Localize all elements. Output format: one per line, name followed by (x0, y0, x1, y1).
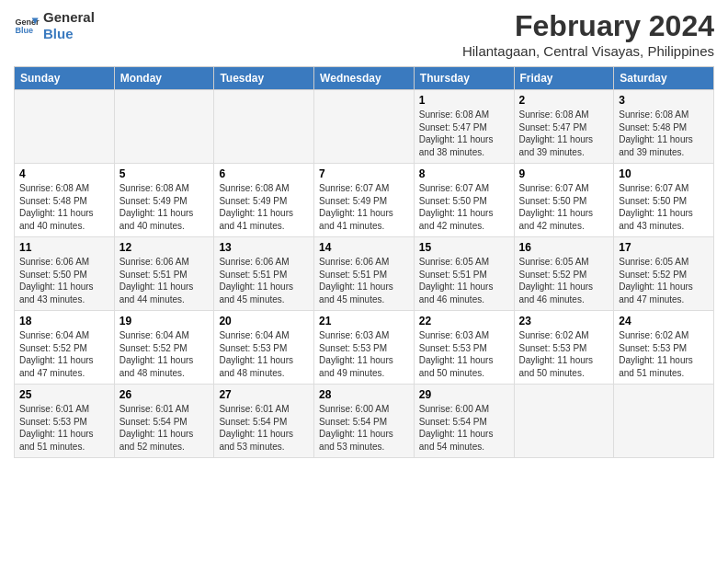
day-info: Sunrise: 6:07 AMSunset: 5:50 PMDaylight:… (619, 182, 709, 232)
calendar-cell: 16Sunrise: 6:05 AMSunset: 5:52 PMDayligh… (514, 237, 614, 311)
day-number: 12 (119, 241, 210, 254)
calendar-cell: 5Sunrise: 6:08 AMSunset: 5:49 PMDaylight… (114, 164, 214, 237)
day-header-monday: Monday (114, 67, 214, 90)
calendar-cell: 29Sunrise: 6:00 AMSunset: 5:54 PMDayligh… (414, 385, 514, 458)
day-info: Sunrise: 6:01 AMSunset: 5:53 PMDaylight:… (19, 403, 109, 453)
calendar-cell: 4Sunrise: 6:08 AMSunset: 5:48 PMDaylight… (15, 164, 115, 237)
day-number: 3 (619, 94, 709, 107)
calendar-cell: 6Sunrise: 6:08 AMSunset: 5:49 PMDaylight… (214, 164, 314, 237)
calendar-cell: 3Sunrise: 6:08 AMSunset: 5:48 PMDaylight… (614, 90, 714, 164)
day-info: Sunrise: 6:07 AMSunset: 5:49 PMDaylight:… (319, 182, 409, 232)
day-info: Sunrise: 6:08 AMSunset: 5:47 PMDaylight:… (519, 109, 609, 158)
day-info: Sunrise: 6:07 AMSunset: 5:50 PMDaylight:… (519, 182, 609, 232)
day-info: Sunrise: 6:07 AMSunset: 5:50 PMDaylight:… (419, 182, 509, 232)
calendar-cell: 13Sunrise: 6:06 AMSunset: 5:51 PMDayligh… (214, 237, 314, 311)
day-info: Sunrise: 6:08 AMSunset: 5:49 PMDaylight:… (119, 182, 210, 232)
day-info: Sunrise: 6:04 AMSunset: 5:53 PMDaylight:… (219, 329, 309, 379)
calendar-cell (114, 90, 214, 164)
day-info: Sunrise: 6:08 AMSunset: 5:48 PMDaylight:… (19, 182, 109, 232)
header: General Blue General Blue February 2024 … (14, 9, 714, 59)
day-number: 29 (419, 388, 509, 401)
calendar-cell: 26Sunrise: 6:01 AMSunset: 5:54 PMDayligh… (114, 385, 214, 458)
day-number: 19 (119, 315, 210, 327)
calendar-cell: 23Sunrise: 6:02 AMSunset: 5:53 PMDayligh… (514, 311, 614, 385)
day-info: Sunrise: 6:06 AMSunset: 5:51 PMDaylight:… (119, 256, 210, 305)
calendar-cell: 7Sunrise: 6:07 AMSunset: 5:49 PMDaylight… (314, 164, 415, 237)
day-number: 4 (19, 167, 109, 180)
day-number: 21 (319, 315, 409, 327)
calendar-cell (15, 90, 115, 164)
day-info: Sunrise: 6:04 AMSunset: 5:52 PMDaylight:… (119, 329, 210, 379)
day-number: 27 (219, 388, 309, 401)
day-number: 10 (619, 167, 709, 180)
day-header-saturday: Saturday (614, 67, 714, 90)
calendar-week-4: 18Sunrise: 6:04 AMSunset: 5:52 PMDayligh… (15, 311, 714, 385)
day-info: Sunrise: 6:08 AMSunset: 5:49 PMDaylight:… (219, 182, 309, 232)
day-number: 7 (319, 167, 409, 180)
day-number: 5 (119, 167, 210, 180)
day-number: 8 (419, 167, 509, 180)
logo-icon: General Blue (14, 13, 40, 39)
calendar-week-3: 11Sunrise: 6:06 AMSunset: 5:50 PMDayligh… (15, 237, 714, 311)
calendar-cell: 24Sunrise: 6:02 AMSunset: 5:53 PMDayligh… (614, 311, 714, 385)
day-number: 6 (219, 167, 309, 180)
calendar-cell: 25Sunrise: 6:01 AMSunset: 5:53 PMDayligh… (15, 385, 115, 458)
calendar-cell: 2Sunrise: 6:08 AMSunset: 5:47 PMDaylight… (514, 90, 614, 164)
calendar-header-row: SundayMondayTuesdayWednesdayThursdayFrid… (15, 67, 714, 90)
calendar-cell: 9Sunrise: 6:07 AMSunset: 5:50 PMDaylight… (514, 164, 614, 237)
calendar-cell (314, 90, 415, 164)
day-info: Sunrise: 6:05 AMSunset: 5:52 PMDaylight:… (619, 256, 709, 305)
calendar-cell: 28Sunrise: 6:00 AMSunset: 5:54 PMDayligh… (314, 385, 415, 458)
day-number: 15 (419, 241, 509, 254)
day-info: Sunrise: 6:03 AMSunset: 5:53 PMDaylight:… (419, 329, 509, 379)
calendar-cell: 27Sunrise: 6:01 AMSunset: 5:54 PMDayligh… (214, 385, 314, 458)
calendar-cell: 1Sunrise: 6:08 AMSunset: 5:47 PMDaylight… (414, 90, 514, 164)
calendar-cell: 20Sunrise: 6:04 AMSunset: 5:53 PMDayligh… (214, 311, 314, 385)
calendar-cell (514, 385, 614, 458)
day-number: 26 (119, 388, 210, 401)
calendar-cell (614, 385, 714, 458)
calendar-cell: 8Sunrise: 6:07 AMSunset: 5:50 PMDaylight… (414, 164, 514, 237)
day-info: Sunrise: 6:00 AMSunset: 5:54 PMDaylight:… (319, 403, 409, 453)
day-number: 1 (419, 94, 509, 107)
day-number: 24 (619, 315, 709, 327)
day-number: 2 (519, 94, 609, 107)
logo-wordmark: General Blue (43, 9, 95, 42)
main-title: February 2024 (462, 9, 714, 43)
day-number: 14 (319, 241, 409, 254)
subtitle: Hilantagaan, Central Visayas, Philippine… (462, 43, 714, 59)
day-info: Sunrise: 6:06 AMSunset: 5:51 PMDaylight:… (219, 256, 309, 305)
day-info: Sunrise: 6:02 AMSunset: 5:53 PMDaylight:… (619, 329, 709, 379)
day-info: Sunrise: 6:08 AMSunset: 5:47 PMDaylight:… (419, 109, 509, 158)
day-number: 13 (219, 241, 309, 254)
day-number: 28 (319, 388, 409, 401)
day-number: 18 (19, 315, 109, 327)
day-info: Sunrise: 6:05 AMSunset: 5:51 PMDaylight:… (419, 256, 509, 305)
day-info: Sunrise: 6:03 AMSunset: 5:53 PMDaylight:… (319, 329, 409, 379)
calendar-body: 1Sunrise: 6:08 AMSunset: 5:47 PMDaylight… (15, 90, 714, 458)
day-number: 11 (19, 241, 109, 254)
calendar-week-5: 25Sunrise: 6:01 AMSunset: 5:53 PMDayligh… (15, 385, 714, 458)
day-number: 23 (519, 315, 609, 327)
calendar-cell: 10Sunrise: 6:07 AMSunset: 5:50 PMDayligh… (614, 164, 714, 237)
calendar-week-1: 1Sunrise: 6:08 AMSunset: 5:47 PMDaylight… (15, 90, 714, 164)
day-header-sunday: Sunday (15, 67, 115, 90)
logo: General Blue General Blue (14, 9, 95, 42)
day-number: 9 (519, 167, 609, 180)
day-info: Sunrise: 6:08 AMSunset: 5:48 PMDaylight:… (619, 109, 709, 158)
calendar-cell: 22Sunrise: 6:03 AMSunset: 5:53 PMDayligh… (414, 311, 514, 385)
day-info: Sunrise: 6:06 AMSunset: 5:50 PMDaylight:… (19, 256, 109, 305)
calendar-cell: 12Sunrise: 6:06 AMSunset: 5:51 PMDayligh… (114, 237, 214, 311)
calendar-cell: 17Sunrise: 6:05 AMSunset: 5:52 PMDayligh… (614, 237, 714, 311)
day-number: 17 (619, 241, 709, 254)
day-info: Sunrise: 6:01 AMSunset: 5:54 PMDaylight:… (119, 403, 210, 453)
svg-text:Blue: Blue (15, 26, 33, 35)
day-info: Sunrise: 6:06 AMSunset: 5:51 PMDaylight:… (319, 256, 409, 305)
day-number: 20 (219, 315, 309, 327)
calendar-cell (214, 90, 314, 164)
day-info: Sunrise: 6:05 AMSunset: 5:52 PMDaylight:… (519, 256, 609, 305)
day-header-wednesday: Wednesday (314, 67, 415, 90)
day-info: Sunrise: 6:01 AMSunset: 5:54 PMDaylight:… (219, 403, 309, 453)
day-header-tuesday: Tuesday (214, 67, 314, 90)
day-header-friday: Friday (514, 67, 614, 90)
